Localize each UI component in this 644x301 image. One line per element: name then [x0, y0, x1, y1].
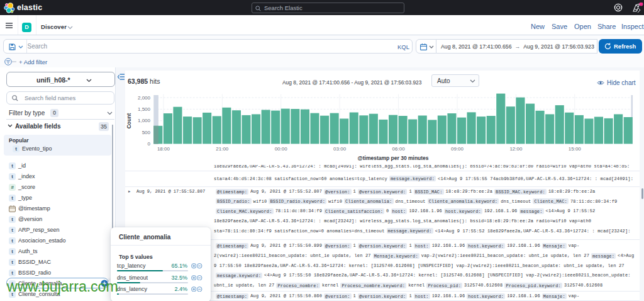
- svg-text:18:00: 18:00: [157, 146, 170, 152]
- svg-text:0: 0: [148, 141, 151, 147]
- svg-text:06:00: 06:00: [392, 146, 406, 152]
- svg-text:1,000: 1,000: [138, 118, 151, 123]
- svg-text:09:00: 09:00: [451, 146, 464, 152]
- svg-text:12:00: 12:00: [509, 146, 523, 152]
- svg-text:2,000: 2,000: [138, 95, 151, 101]
- svg-text:21:00: 21:00: [216, 146, 229, 152]
- svg-text:1,500: 1,500: [138, 106, 151, 112]
- svg-text:03:00: 03:00: [333, 146, 347, 152]
- svg-text:Count: Count: [126, 113, 132, 129]
- svg-text:500: 500: [142, 130, 151, 135]
- svg-text:@timestamp per 30 minutes: @timestamp per 30 minutes: [357, 155, 428, 161]
- svg-text:00:00: 00:00: [275, 146, 288, 152]
- svg-text:15:00: 15:00: [569, 146, 582, 152]
